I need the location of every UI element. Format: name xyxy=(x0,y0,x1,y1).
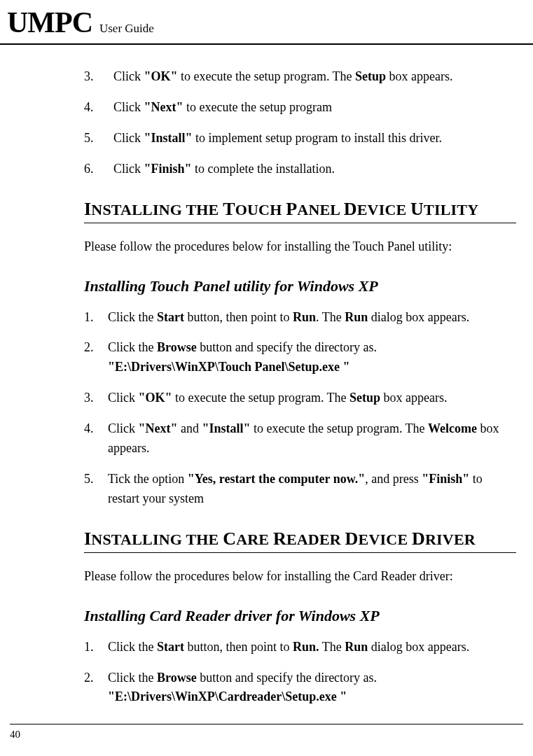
step-text: Click the Start button, then point to Ru… xyxy=(108,308,516,328)
step-item: 4. Click "Next" to execute the setup pro… xyxy=(84,98,516,118)
step-text: Click "Next" and "Install" to execute th… xyxy=(108,419,516,458)
step-item: 2. Click the Browse button and specify t… xyxy=(84,668,516,708)
section-intro: Please follow the procedures below for i… xyxy=(84,237,516,256)
subsection-heading: Installing Touch Panel utility for Windo… xyxy=(84,277,516,295)
step-text: Click "OK" to execute the setup program.… xyxy=(113,67,516,87)
brand-title: UMPC xyxy=(7,6,92,38)
step-text: Click the Browse button and specify the … xyxy=(108,668,516,708)
step-number: 1. xyxy=(84,638,108,657)
step-number: 4. xyxy=(84,419,108,458)
page-number: 40 xyxy=(10,729,20,740)
step-text: Click "Next" to execute the setup progra… xyxy=(113,98,516,118)
step-text: Click the Browse button and specify the … xyxy=(108,338,516,377)
step-number: 2. xyxy=(84,668,108,708)
step-item: 3. Click "OK" to execute the setup progr… xyxy=(84,67,516,87)
step-item: 1. Click the Start button, then point to… xyxy=(84,308,516,328)
step-text: Click "OK" to execute the setup program.… xyxy=(108,388,516,408)
step-item: 3. Click "OK" to execute the setup progr… xyxy=(84,388,516,408)
step-item: 4. Click "Next" and "Install" to execute… xyxy=(84,419,516,458)
step-number: 5. xyxy=(84,470,108,509)
step-number: 4. xyxy=(84,98,113,118)
step-text: Tick the option "Yes, restart the comput… xyxy=(108,470,516,509)
section-intro: Please follow the procedures below for i… xyxy=(84,567,516,586)
step-number: 6. xyxy=(84,160,113,179)
section-heading-card-reader: INSTALLING THE CARE READER DEVICE DRIVER xyxy=(84,528,516,553)
subsection-heading: Installing Card Reader driver for Window… xyxy=(84,607,516,625)
step-text: Click "Install" to implement setup progr… xyxy=(113,129,516,148)
card-reader-steps-list: 1. Click the Start button, then point to… xyxy=(84,638,516,708)
step-text: Click "Finish" to complete the installat… xyxy=(113,160,516,179)
step-item: 5. Tick the option "Yes, restart the com… xyxy=(84,470,516,509)
page-footer: 40 xyxy=(10,724,523,741)
brand-subtitle: User Guide xyxy=(99,22,154,35)
touch-panel-steps-list: 1. Click the Start button, then point to… xyxy=(84,308,516,509)
step-item: 5. Click "Install" to implement setup pr… xyxy=(84,129,516,148)
step-number: 3. xyxy=(84,67,113,87)
step-number: 1. xyxy=(84,308,108,328)
section-heading-touch-panel: INSTALLING THE TOUCH PANEL DEVICE UTILIT… xyxy=(84,199,516,223)
step-number: 2. xyxy=(84,338,108,377)
step-item: 6. Click "Finish" to complete the instal… xyxy=(84,160,516,179)
page-content: 3. Click "OK" to execute the setup progr… xyxy=(0,67,533,707)
step-item: 2. Click the Browse button and specify t… xyxy=(84,338,516,377)
continuation-steps-list: 3. Click "OK" to execute the setup progr… xyxy=(84,67,516,179)
step-item: 1. Click the Start button, then point to… xyxy=(84,638,516,657)
step-number: 3. xyxy=(84,388,108,408)
page-header: UMPC User Guide xyxy=(0,0,533,45)
step-text: Click the Start button, then point to Ru… xyxy=(108,638,516,657)
step-number: 5. xyxy=(84,129,113,148)
